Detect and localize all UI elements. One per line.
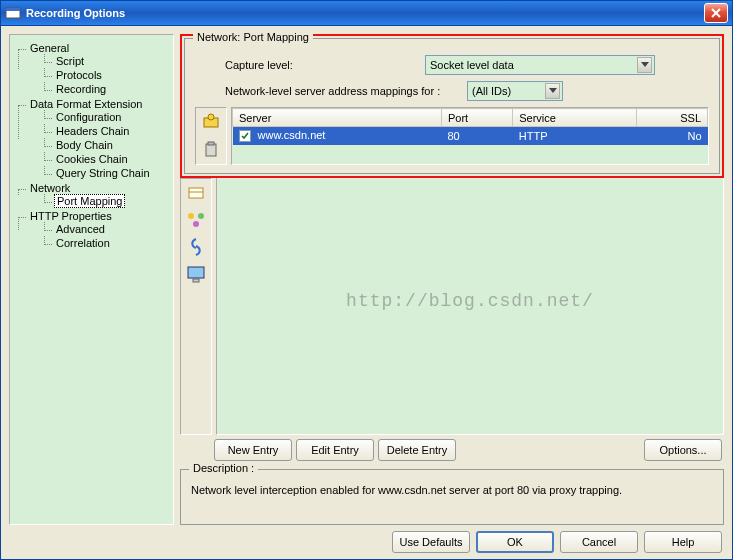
servers-table-wrap: Server Port Service SSL (231, 107, 709, 165)
row-service: HTTP (513, 127, 637, 145)
chevron-down-icon (637, 57, 652, 73)
toolbar-btn-2[interactable] (198, 137, 224, 161)
cancel-button[interactable]: Cancel (560, 531, 638, 553)
watermark: http://blog.csdn.net/ (217, 291, 723, 311)
app-icon (5, 5, 21, 21)
tree-correlation[interactable]: Correlation (54, 237, 112, 249)
table-body-area: http://blog.csdn.net/ (216, 178, 724, 435)
options-button[interactable]: Options... (644, 439, 722, 461)
toolbar-btn-nodes[interactable] (183, 208, 209, 232)
mapping-ids-value: (All IDs) (472, 85, 511, 97)
col-server[interactable]: Server (233, 109, 442, 127)
tree-script[interactable]: Script (54, 55, 86, 67)
toolbar-btn-card[interactable] (183, 181, 209, 205)
capture-level-label: Capture level: (225, 59, 425, 71)
tree-recording[interactable]: Recording (54, 83, 108, 95)
mapping-label: Network-level server address mappings fo… (225, 85, 467, 97)
svg-rect-12 (193, 279, 199, 282)
toolbar-btn-monitor[interactable] (183, 262, 209, 286)
close-button[interactable] (704, 3, 728, 23)
tree-advanced[interactable]: Advanced (54, 223, 107, 235)
row-port: 80 (442, 127, 513, 145)
tree-port-mapping[interactable]: Port Mapping (54, 194, 125, 208)
group-title: Network: Port Mapping (193, 31, 313, 43)
col-port[interactable]: Port (442, 109, 513, 127)
description-group: Description : Network level interception… (180, 469, 724, 525)
svg-rect-4 (206, 144, 216, 156)
capture-level-select[interactable]: Socket level data (425, 55, 655, 75)
tree-http-properties[interactable]: HTTP Properties (28, 210, 114, 222)
ok-button[interactable]: OK (476, 531, 554, 553)
title-bar: Recording Options (0, 0, 733, 26)
col-ssl[interactable]: SSL (636, 109, 707, 127)
edit-entry-button[interactable]: Edit Entry (296, 439, 374, 461)
servers-table[interactable]: Server Port Service SSL (232, 108, 708, 145)
svg-rect-5 (208, 142, 214, 145)
svg-point-10 (193, 221, 199, 227)
toolbar-extended (180, 178, 212, 435)
description-text: Network level interception enabled for w… (191, 484, 622, 496)
tree-query-string-chain[interactable]: Query String Chain (54, 167, 152, 179)
svg-rect-1 (6, 8, 20, 11)
col-service[interactable]: Service (513, 109, 637, 127)
tree-body-chain[interactable]: Body Chain (54, 139, 115, 151)
help-button[interactable]: Help (644, 531, 722, 553)
svg-rect-6 (189, 188, 203, 198)
row-ssl: No (636, 127, 707, 145)
highlight-box: Network: Port Mapping Capture level: Soc… (180, 34, 724, 178)
port-mapping-group: Network: Port Mapping Capture level: Soc… (184, 38, 720, 174)
dialog-buttons: Use Defaults OK Cancel Help (9, 525, 724, 555)
mapping-ids-select[interactable]: (All IDs) (467, 81, 563, 101)
toolbar-btn-link[interactable] (183, 235, 209, 259)
description-title: Description : (189, 462, 258, 474)
svg-point-9 (198, 213, 204, 219)
svg-point-3 (208, 114, 214, 120)
tree-general[interactable]: General (28, 42, 71, 54)
capture-level-value: Socket level data (430, 59, 514, 71)
row-server: www.csdn.net (258, 129, 326, 141)
svg-rect-11 (188, 267, 204, 278)
toolbar (195, 107, 227, 165)
chevron-down-icon (545, 83, 560, 99)
table-row[interactable]: www.csdn.net 80 HTTP No (233, 127, 708, 145)
delete-entry-button[interactable]: Delete Entry (378, 439, 456, 461)
tree-protocols[interactable]: Protocols (54, 69, 104, 81)
window-title: Recording Options (26, 7, 704, 19)
tree-cookies-chain[interactable]: Cookies Chain (54, 153, 130, 165)
tree-headers-chain[interactable]: Headers Chain (54, 125, 131, 137)
options-tree[interactable]: General Script Protocols Recording Data … (9, 34, 174, 525)
tree-data-format-extension[interactable]: Data Format Extension (28, 98, 145, 110)
svg-point-8 (188, 213, 194, 219)
tree-configuration[interactable]: Configuration (54, 111, 123, 123)
toolbar-btn-1[interactable] (198, 110, 224, 134)
tree-network[interactable]: Network (28, 182, 72, 194)
new-entry-button[interactable]: New Entry (214, 439, 292, 461)
use-defaults-button[interactable]: Use Defaults (392, 531, 470, 553)
row-checkbox[interactable] (239, 130, 251, 142)
